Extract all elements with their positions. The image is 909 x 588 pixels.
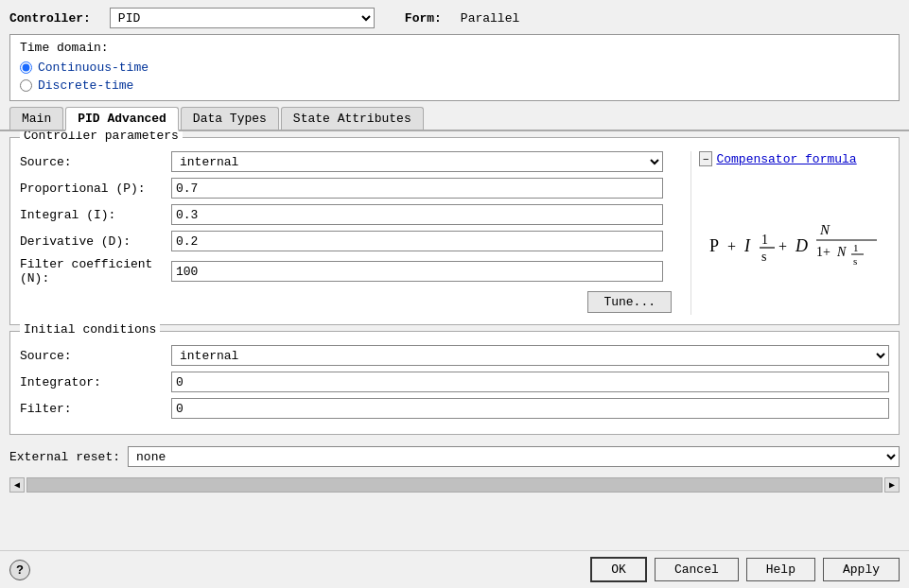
main-content: Controller parameters Source: internal P… <box>0 131 909 550</box>
ic-filter-row: Filter: <box>20 398 889 419</box>
source-label: Source: <box>20 155 171 169</box>
svg-text:I: I <box>743 236 751 255</box>
svg-text:N: N <box>836 245 847 259</box>
filter-coeff-label: Filter coefficient (N): <box>20 257 171 285</box>
initial-conditions-title: Initial conditions <box>20 322 160 337</box>
help-button[interactable]: Help <box>746 558 815 581</box>
integral-label: Integral (I): <box>20 208 171 222</box>
svg-text:1+: 1+ <box>816 245 830 259</box>
controller-label: Controller: <box>9 11 91 26</box>
params-left: Source: internal Proportional (P): Integ… <box>20 151 690 315</box>
source-select[interactable]: internal <box>171 151 663 172</box>
radio-group: Continuous-time Discrete-time <box>20 61 889 93</box>
tab-main[interactable]: Main <box>9 107 63 130</box>
ic-integrator-label: Integrator: <box>20 375 171 389</box>
continuous-time-label: Continuous-time <box>38 61 149 75</box>
ic-integrator-input[interactable] <box>171 372 889 392</box>
derivative-label: Derivative (D): <box>20 234 171 249</box>
horizontal-scrollbar: ◀ ▶ <box>9 476 900 493</box>
ic-integrator-row: Integrator: <box>20 372 889 392</box>
derivative-row: Derivative (D): <box>20 231 681 251</box>
tab-data-types[interactable]: Data Types <box>181 107 279 130</box>
continuous-time-radio[interactable]: Continuous-time <box>20 61 889 75</box>
formula-svg: P + I 1 s + D <box>705 202 884 287</box>
ok-button[interactable]: OK <box>590 557 647 582</box>
ic-source-label: Source: <box>20 349 171 363</box>
form-value: Parallel <box>461 11 519 26</box>
cancel-button[interactable]: Cancel <box>655 558 739 581</box>
scroll-left-button[interactable]: ◀ <box>9 477 25 493</box>
ic-source-select[interactable]: internal <box>171 345 889 366</box>
filter-coeff-input[interactable] <box>171 261 663 282</box>
ic-filter-label: Filter: <box>20 402 171 416</box>
external-reset-container: External reset: none rising falling eith… <box>0 441 909 473</box>
compensator-formula-link[interactable]: Compensator formula <box>716 152 856 166</box>
bottom-right: OK Cancel Help Apply <box>590 557 900 582</box>
integral-input[interactable] <box>171 204 663 225</box>
svg-text:1: 1 <box>761 233 768 247</box>
top-bar: Controller: PID Form: Parallel <box>0 0 909 34</box>
form-label: Form: <box>405 11 442 26</box>
tab-state-attributes[interactable]: State Attributes <box>281 107 424 130</box>
compensator-header: − Compensator formula <box>699 151 889 166</box>
dialog: Controller: PID Form: Parallel Time doma… <box>0 0 909 588</box>
controller-params-group: Controller parameters Source: internal P… <box>9 137 900 325</box>
proportional-row: Proportional (P): <box>20 178 681 199</box>
scroll-right-button[interactable]: ▶ <box>884 477 900 493</box>
controller-params-title: Controller parameters <box>20 131 183 143</box>
ic-source-row: Source: internal <box>20 345 889 366</box>
external-reset-select[interactable]: none rising falling either level sampled… <box>128 446 900 467</box>
svg-text:P: P <box>709 236 719 255</box>
scroll-thumb <box>27 478 882 492</box>
time-domain-box: Time domain: Continuous-time Discrete-ti… <box>9 34 900 101</box>
svg-text:N: N <box>819 222 830 237</box>
svg-text:+: + <box>727 238 736 254</box>
formula-area: P + I 1 s + D <box>699 174 889 315</box>
source-row: Source: internal <box>20 151 681 172</box>
help-icon-button[interactable]: ? <box>9 560 30 580</box>
bottom-bar: ? OK Cancel Help Apply <box>0 550 909 588</box>
proportional-label: Proportional (P): <box>20 182 171 196</box>
tab-pid-advanced[interactable]: PID Advanced <box>65 107 179 131</box>
tune-button[interactable]: Tune... <box>587 291 672 313</box>
tune-row: Tune... <box>20 291 681 313</box>
svg-text:s: s <box>853 255 857 267</box>
controller-select[interactable]: PID <box>110 8 375 28</box>
external-reset-label: External reset: <box>9 450 120 464</box>
bottom-left: ? <box>9 560 30 580</box>
scroll-track[interactable] <box>26 477 883 493</box>
ic-filter-input[interactable] <box>171 398 889 419</box>
proportional-input[interactable] <box>171 178 663 199</box>
svg-text:D: D <box>795 236 808 255</box>
initial-conditions-group: Initial conditions Source: internal Inte… <box>9 331 900 435</box>
svg-text:s: s <box>761 250 766 264</box>
discrete-time-radio[interactable]: Discrete-time <box>20 78 889 93</box>
tabs-bar: Main PID Advanced Data Types State Attri… <box>0 107 909 131</box>
filter-coeff-row: Filter coefficient (N): <box>20 257 681 285</box>
svg-text:+: + <box>778 238 787 254</box>
derivative-input[interactable] <box>171 231 663 251</box>
svg-text:1: 1 <box>853 242 859 253</box>
collapse-button[interactable]: − <box>699 151 712 166</box>
time-domain-title: Time domain: <box>20 41 889 55</box>
params-with-formula: Source: internal Proportional (P): Integ… <box>20 151 889 315</box>
discrete-time-label: Discrete-time <box>38 78 133 93</box>
apply-button[interactable]: Apply <box>823 558 900 581</box>
integral-row: Integral (I): <box>20 204 681 225</box>
